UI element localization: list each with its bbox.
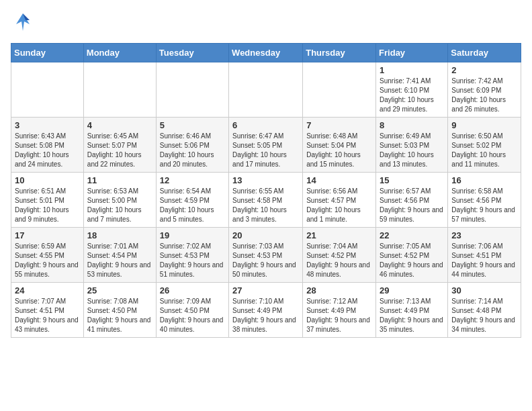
day-cell: 4Sunrise: 6:45 AM Sunset: 5:07 PM Daylig…	[83, 118, 156, 173]
day-number: 26	[160, 285, 225, 295]
day-number: 2	[451, 65, 517, 75]
day-info: Sunrise: 7:41 AM Sunset: 6:10 PM Dayligh…	[380, 77, 444, 114]
day-info: Sunrise: 7:12 AM Sunset: 4:49 PM Dayligh…	[306, 297, 372, 334]
week-row-3: 10Sunrise: 6:51 AM Sunset: 5:01 PM Dayli…	[11, 173, 521, 228]
day-info: Sunrise: 7:05 AM Sunset: 4:52 PM Dayligh…	[380, 242, 444, 279]
day-info: Sunrise: 6:58 AM Sunset: 4:56 PM Dayligh…	[451, 187, 517, 224]
day-info: Sunrise: 7:13 AM Sunset: 4:49 PM Dayligh…	[380, 297, 444, 334]
day-info: Sunrise: 6:54 AM Sunset: 4:59 PM Dayligh…	[160, 187, 225, 224]
day-info: Sunrise: 6:48 AM Sunset: 5:04 PM Dayligh…	[306, 132, 372, 169]
day-cell: 19Sunrise: 7:02 AM Sunset: 4:53 PM Dayli…	[156, 228, 228, 283]
day-cell: 10Sunrise: 6:51 AM Sunset: 5:01 PM Dayli…	[11, 173, 84, 228]
day-info: Sunrise: 6:43 AM Sunset: 5:08 PM Dayligh…	[15, 132, 80, 169]
weekday-header-saturday: Saturday	[448, 44, 521, 62]
day-info: Sunrise: 7:02 AM Sunset: 4:53 PM Dayligh…	[160, 242, 225, 279]
day-info: Sunrise: 6:53 AM Sunset: 5:00 PM Dayligh…	[87, 187, 152, 224]
day-number: 29	[380, 285, 444, 295]
day-number: 16	[451, 175, 517, 185]
week-row-5: 24Sunrise: 7:07 AM Sunset: 4:51 PM Dayli…	[11, 283, 521, 338]
day-cell: 9Sunrise: 6:50 AM Sunset: 5:02 PM Daylig…	[448, 118, 521, 173]
day-number: 20	[232, 230, 299, 240]
day-number: 10	[15, 175, 80, 185]
page-header	[11, 11, 521, 35]
weekday-header-row: SundayMondayTuesdayWednesdayThursdayFrid…	[11, 44, 521, 62]
week-row-1: 1Sunrise: 7:41 AM Sunset: 6:10 PM Daylig…	[11, 62, 521, 118]
svg-marker-0	[16, 13, 30, 31]
day-number: 11	[87, 175, 152, 185]
day-number: 22	[380, 230, 444, 240]
day-info: Sunrise: 7:14 AM Sunset: 4:48 PM Dayligh…	[451, 297, 517, 334]
day-info: Sunrise: 7:10 AM Sunset: 4:49 PM Dayligh…	[232, 297, 299, 334]
day-number: 9	[451, 120, 517, 130]
day-cell: 11Sunrise: 6:53 AM Sunset: 5:00 PM Dayli…	[83, 173, 156, 228]
day-number: 7	[306, 120, 372, 130]
day-number: 12	[160, 175, 225, 185]
day-cell: 24Sunrise: 7:07 AM Sunset: 4:51 PM Dayli…	[11, 283, 84, 338]
day-number: 24	[15, 285, 80, 295]
day-info: Sunrise: 6:51 AM Sunset: 5:01 PM Dayligh…	[15, 187, 80, 224]
day-cell: 18Sunrise: 7:01 AM Sunset: 4:54 PM Dayli…	[83, 228, 156, 283]
day-cell: 17Sunrise: 6:59 AM Sunset: 4:55 PM Dayli…	[11, 228, 84, 283]
day-cell: 29Sunrise: 7:13 AM Sunset: 4:49 PM Dayli…	[376, 283, 448, 338]
weekday-header-monday: Monday	[83, 44, 156, 62]
day-cell: 23Sunrise: 7:06 AM Sunset: 4:51 PM Dayli…	[448, 228, 521, 283]
calendar-table: SundayMondayTuesdayWednesdayThursdayFrid…	[11, 43, 521, 338]
day-cell: 1Sunrise: 7:41 AM Sunset: 6:10 PM Daylig…	[376, 62, 448, 118]
day-cell	[83, 62, 156, 118]
day-cell: 25Sunrise: 7:08 AM Sunset: 4:50 PM Dayli…	[83, 283, 156, 338]
day-number: 17	[15, 230, 80, 240]
day-number: 14	[306, 175, 372, 185]
day-info: Sunrise: 7:01 AM Sunset: 4:54 PM Dayligh…	[87, 242, 152, 279]
day-cell: 30Sunrise: 7:14 AM Sunset: 4:48 PM Dayli…	[448, 283, 521, 338]
day-number: 1	[380, 65, 444, 75]
week-row-2: 3Sunrise: 6:43 AM Sunset: 5:08 PM Daylig…	[11, 118, 521, 173]
day-number: 4	[87, 120, 152, 130]
day-info: Sunrise: 6:49 AM Sunset: 5:03 PM Dayligh…	[380, 132, 444, 169]
day-info: Sunrise: 6:47 AM Sunset: 5:05 PM Dayligh…	[232, 132, 299, 169]
day-info: Sunrise: 6:45 AM Sunset: 5:07 PM Dayligh…	[87, 132, 152, 169]
day-cell	[156, 62, 228, 118]
week-row-4: 17Sunrise: 6:59 AM Sunset: 4:55 PM Dayli…	[11, 228, 521, 283]
day-number: 30	[451, 285, 517, 295]
day-number: 8	[380, 120, 444, 130]
day-info: Sunrise: 6:50 AM Sunset: 5:02 PM Dayligh…	[451, 132, 517, 169]
day-cell: 15Sunrise: 6:57 AM Sunset: 4:56 PM Dayli…	[376, 173, 448, 228]
day-cell: 14Sunrise: 6:56 AM Sunset: 4:57 PM Dayli…	[303, 173, 376, 228]
weekday-header-sunday: Sunday	[11, 44, 84, 62]
day-cell: 7Sunrise: 6:48 AM Sunset: 5:04 PM Daylig…	[303, 118, 376, 173]
day-info: Sunrise: 7:09 AM Sunset: 4:50 PM Dayligh…	[160, 297, 225, 334]
day-cell	[11, 62, 84, 118]
day-info: Sunrise: 6:55 AM Sunset: 4:58 PM Dayligh…	[232, 187, 299, 224]
day-cell: 26Sunrise: 7:09 AM Sunset: 4:50 PM Dayli…	[156, 283, 228, 338]
day-info: Sunrise: 7:04 AM Sunset: 4:52 PM Dayligh…	[306, 242, 372, 279]
weekday-header-tuesday: Tuesday	[156, 44, 228, 62]
weekday-header-friday: Friday	[376, 44, 448, 62]
weekday-header-thursday: Thursday	[303, 44, 376, 62]
day-cell: 8Sunrise: 6:49 AM Sunset: 5:03 PM Daylig…	[376, 118, 448, 173]
day-cell: 20Sunrise: 7:03 AM Sunset: 4:53 PM Dayli…	[229, 228, 303, 283]
day-number: 21	[306, 230, 372, 240]
day-cell: 13Sunrise: 6:55 AM Sunset: 4:58 PM Dayli…	[229, 173, 303, 228]
day-info: Sunrise: 7:08 AM Sunset: 4:50 PM Dayligh…	[87, 297, 152, 334]
day-cell: 28Sunrise: 7:12 AM Sunset: 4:49 PM Dayli…	[303, 283, 376, 338]
logo-bird-icon	[11, 11, 35, 35]
day-number: 23	[451, 230, 517, 240]
day-number: 18	[87, 230, 152, 240]
day-cell: 27Sunrise: 7:10 AM Sunset: 4:49 PM Dayli…	[229, 283, 303, 338]
day-cell: 22Sunrise: 7:05 AM Sunset: 4:52 PM Dayli…	[376, 228, 448, 283]
day-info: Sunrise: 6:59 AM Sunset: 4:55 PM Dayligh…	[15, 242, 80, 279]
day-number: 19	[160, 230, 225, 240]
day-info: Sunrise: 6:57 AM Sunset: 4:56 PM Dayligh…	[380, 187, 444, 224]
day-number: 5	[160, 120, 225, 130]
weekday-header-wednesday: Wednesday	[229, 44, 303, 62]
day-number: 15	[380, 175, 444, 185]
day-cell: 21Sunrise: 7:04 AM Sunset: 4:52 PM Dayli…	[303, 228, 376, 283]
day-number: 25	[87, 285, 152, 295]
day-number: 27	[232, 285, 299, 295]
day-number: 6	[232, 120, 299, 130]
day-number: 13	[232, 175, 299, 185]
day-cell	[229, 62, 303, 118]
day-cell: 6Sunrise: 6:47 AM Sunset: 5:05 PM Daylig…	[229, 118, 303, 173]
day-info: Sunrise: 7:42 AM Sunset: 6:09 PM Dayligh…	[451, 77, 517, 114]
day-cell: 12Sunrise: 6:54 AM Sunset: 4:59 PM Dayli…	[156, 173, 228, 228]
